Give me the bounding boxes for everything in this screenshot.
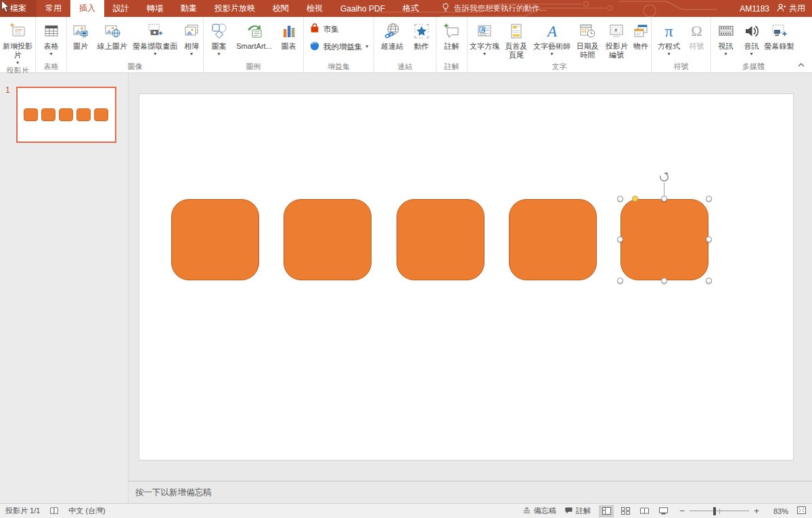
zoom-percentage[interactable]: 83% [768,507,788,515]
my-addins-icon [309,41,320,53]
symbol-button[interactable]: Ω 符號 [685,19,709,51]
resize-handle-ne[interactable] [706,196,712,202]
object-button[interactable]: 物件 [631,19,651,51]
zoom-slider-thumb[interactable] [713,507,716,515]
thumb-shape [76,108,91,121]
zoom-in-button[interactable]: + [753,506,760,516]
tab-home[interactable]: 常用 [37,0,70,17]
rotate-handle-icon[interactable] [658,171,670,186]
slide-thumbnail-1[interactable] [16,87,116,143]
slide-number-button[interactable]: # 投影片編號 [602,19,631,60]
resize-handle-s[interactable] [661,278,667,284]
comments-toggle-label: 註解 [576,506,591,516]
resize-handle-sw[interactable] [617,278,623,284]
resize-handle-se[interactable] [706,278,712,284]
header-footer-button[interactable]: 頁首及頁尾 [501,19,531,60]
photo-album-button[interactable]: 相簿 ▾ [180,19,203,57]
thumb-shape [41,108,55,121]
screenshot-icon [146,20,164,42]
audio-button[interactable]: 音訊 ▾ [739,19,765,57]
new-slide-button[interactable]: 新增投影片 ▾ [1,19,35,66]
ribbon-group-addins: 市集 我的增益集 ▾ 增益集 [303,17,374,72]
screen-recording-icon [771,20,788,42]
slide-shape-5[interactable] [621,199,708,280]
tab-insert[interactable]: 插入 [70,0,104,17]
zoom-slider[interactable] [690,507,749,515]
button-label: 方程式 [658,42,680,51]
resize-handle-n[interactable] [661,196,667,202]
button-label: 視訊 [719,42,734,51]
table-button[interactable]: 表格 ▾ [37,19,66,57]
shapes-button[interactable]: 圖案 ▾ [206,19,233,57]
button-label: 日期及時間 [572,42,602,60]
spellcheck-icon[interactable] [49,506,59,515]
smartart-button[interactable]: SmartArt... [233,19,276,51]
comment-status-icon [564,506,573,516]
tab-review[interactable]: 校閱 [264,0,298,17]
notes-toggle[interactable]: 備忘稿 [522,506,556,516]
resize-handle-nw[interactable] [617,196,623,202]
share-button[interactable]: 共用 [776,3,805,15]
comments-toggle[interactable]: 註解 [564,506,591,516]
pictures-button[interactable]: 圖片 [67,19,94,51]
tab-transitions[interactable]: 轉場 [138,0,172,17]
adjust-handle[interactable] [632,196,638,202]
ribbon-group-text: A 文字方塊 ▾ 頁首及頁尾 A 文字藝術師 ▾ [467,17,651,72]
chevron-down-icon: ▾ [483,51,486,57]
slide-shape-3[interactable] [397,199,484,280]
text-box-button[interactable]: A 文字方塊 ▾ [468,19,501,57]
slide-canvas[interactable] [139,93,794,460]
circuit-decoration [379,0,717,17]
video-button[interactable]: 視訊 ▾ [713,19,739,57]
slide-shape-1[interactable] [171,199,259,280]
tell-me-search[interactable]: 告訴我您想要執行的動作... [441,0,546,17]
action-button[interactable]: 動作 [409,19,434,51]
picture-icon [72,20,89,42]
resize-handle-w[interactable] [617,236,623,242]
view-normal-button[interactable] [599,505,614,517]
online-pictures-button[interactable]: 線上圖片 [94,19,131,51]
button-label: 文字藝術師 [533,42,570,51]
date-time-button[interactable]: 日期及時間 [572,19,602,60]
view-slide-sorter-button[interactable] [618,505,633,517]
ribbon-group-slides: 新增投影片 ▾ 投影片 [0,17,35,72]
button-label: 頁首及頁尾 [501,42,531,60]
chevron-down-icon: ▾ [551,51,554,57]
language-indicator[interactable]: 中文 (台灣) [68,506,105,516]
chevron-down-icon: ▾ [724,51,727,57]
tab-animations[interactable]: 動畫 [172,0,206,17]
button-label: 文字方塊 [470,42,499,51]
tab-gaaiho-pdf[interactable]: Gaaiho PDF [332,0,394,17]
photo-album-icon [183,20,200,42]
ribbon-group-symbols: π 方程式 ▾ Ω 符號 符號 [651,17,710,72]
screenshot-button[interactable]: 螢幕擷取畫面 ▾ [131,19,181,57]
comment-button[interactable]: 註解 [438,19,466,51]
my-addins-button[interactable]: 我的增益集 ▾ [309,41,369,53]
wordart-button[interactable]: A 文字藝術師 ▾ [531,19,573,57]
slide-shape-2[interactable] [284,199,371,280]
account-name[interactable]: AM1183 [740,4,769,14]
tab-format[interactable]: 格式 [394,0,428,17]
button-label: 市集 [323,24,339,35]
tab-view[interactable]: 檢視 [298,0,332,17]
button-label: 圖表 [281,42,296,51]
fit-slide-button[interactable] [796,506,807,516]
equation-icon: π [664,20,673,42]
notes-pane[interactable]: 按一下以新增備忘稿 [129,481,812,503]
resize-handle-e[interactable] [706,236,712,242]
button-label: SmartArt... [236,42,272,51]
view-slideshow-button[interactable] [656,505,671,517]
slide-shape-5-selection[interactable] [621,199,708,280]
tab-slideshow[interactable]: 投影片放映 [206,0,264,17]
text-box-icon: A [476,20,493,42]
collapse-ribbon-button[interactable] [796,60,807,70]
screen-recording-button[interactable]: 螢幕錄製 [765,19,794,51]
store-button[interactable]: 市集 [309,23,339,35]
view-reading-button[interactable] [637,505,652,517]
equation-button[interactable]: π 方程式 ▾ [654,19,685,57]
slide-shape-4[interactable] [509,199,597,280]
chart-button[interactable]: 圖表 [276,19,302,51]
tab-design[interactable]: 設計 [104,0,138,17]
hyperlink-button[interactable]: 超連結 [376,19,409,51]
zoom-out-button[interactable]: − [679,506,685,516]
